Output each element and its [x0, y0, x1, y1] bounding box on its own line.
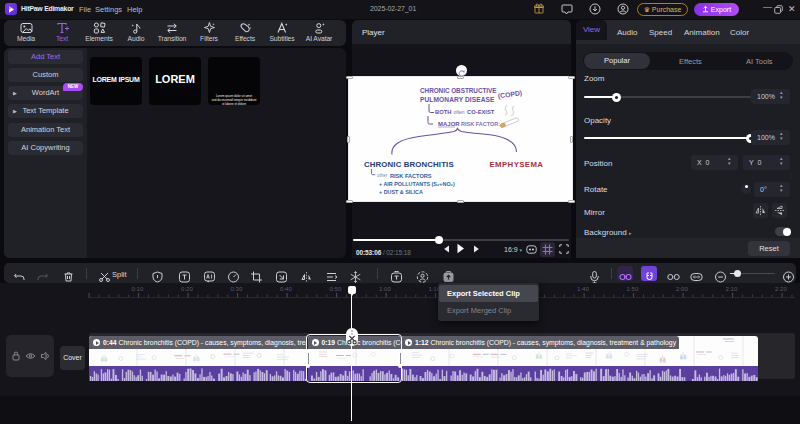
svg-text:(COPD): (COPD)	[497, 89, 522, 100]
svg-text:EMPHYSEMA: EMPHYSEMA	[489, 160, 543, 169]
svg-text:CHRONIC OBSTRUCTIVE: CHRONIC OBSTRUCTIVE	[420, 87, 497, 94]
svg-text:RISK FACTOR:: RISK FACTOR:	[461, 121, 500, 127]
svg-text:CO-EXIST: CO-EXIST	[467, 109, 495, 115]
svg-text:CHRONIC BRONCHITIS: CHRONIC BRONCHITIS	[364, 160, 454, 169]
svg-text:BOTH: BOTH	[435, 109, 451, 115]
svg-text:other: other	[377, 173, 388, 178]
svg-text:PULMONARY DISEASE: PULMONARY DISEASE	[420, 96, 495, 103]
svg-text:+ AIR POLLUTANTS (S₂+NO₂): + AIR POLLUTANTS (S₂+NO₂)	[379, 181, 455, 187]
svg-text:+ DUST & SILICA: + DUST & SILICA	[379, 189, 423, 195]
svg-text:often: often	[453, 109, 464, 115]
svg-text:MAJOR: MAJOR	[438, 121, 460, 127]
svg-text:RISK FACTORS: RISK FACTORS	[390, 173, 432, 179]
